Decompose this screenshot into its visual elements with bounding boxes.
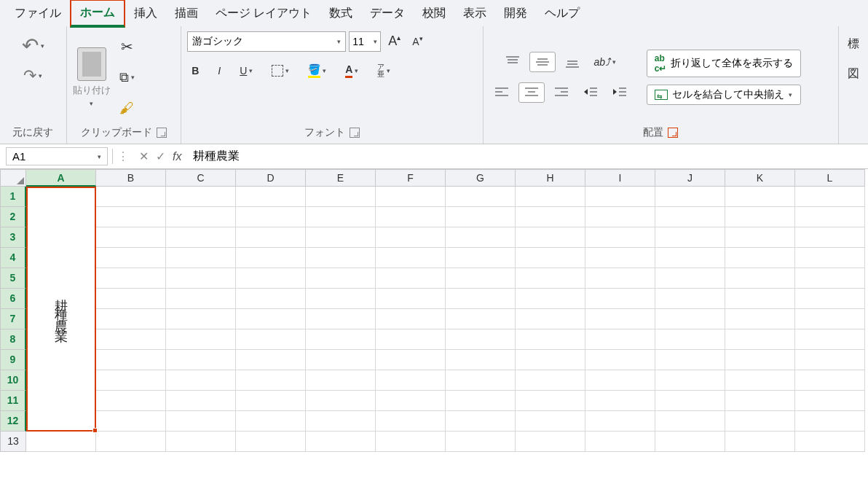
font-group-label: フォント (304, 126, 345, 139)
font-size-select[interactable]: 11▾ (349, 31, 381, 52)
selected-merged-cell[interactable]: 耕種農業 (26, 187, 96, 432)
column-header-H[interactable]: H (516, 169, 585, 187)
row-header[interactable]: 6 (0, 289, 26, 309)
menu-review[interactable]: 校閲 (414, 1, 454, 26)
fx-icon[interactable]: fx (173, 150, 181, 163)
column-header-F[interactable]: F (376, 169, 446, 187)
row-header[interactable]: 13 (0, 432, 26, 452)
paste-button[interactable]: 貼り付け ▾ (73, 47, 111, 107)
alignment-group-label: 配置 (643, 126, 663, 139)
font-color-button[interactable]: A▾ (341, 60, 363, 81)
phonetic-button[interactable]: ア 亜▾ (373, 60, 395, 81)
cell-value: 耕種農業 (52, 289, 70, 329)
column-header-I[interactable]: I (585, 169, 655, 187)
scissors-icon: ✂ (121, 38, 133, 55)
more-icon[interactable]: ⋮ (113, 149, 133, 163)
redo-icon: ↷ (23, 66, 36, 85)
row-header[interactable]: 7 (0, 309, 26, 329)
row-header[interactable]: 3 (0, 227, 26, 248)
cut-button[interactable]: ✂ (117, 35, 138, 58)
decrease-font-button[interactable]: A▾ (408, 32, 427, 50)
menu-developer[interactable]: 開発 (495, 1, 536, 26)
row-header[interactable]: 8 (0, 329, 26, 350)
column-header-L[interactable]: L (795, 169, 865, 187)
clipboard-launcher[interactable] (157, 128, 167, 138)
increase-indent-button[interactable] (607, 83, 632, 102)
fill-color-button[interactable]: 🪣▾ (304, 60, 331, 81)
formula-input[interactable] (187, 144, 868, 168)
align-center-button[interactable] (518, 82, 545, 103)
menu-page-layout[interactable]: ページ レイアウト (207, 1, 320, 26)
name-box[interactable]: A1▾ (6, 147, 108, 165)
menu-draw[interactable]: 描画 (166, 1, 207, 26)
row-header[interactable]: 10 (0, 370, 26, 391)
chevron-down-icon: ▾ (131, 74, 135, 81)
decrease-indent-icon (583, 86, 599, 99)
row-header[interactable]: 2 (0, 207, 26, 227)
cancel-icon[interactable]: ✕ (139, 149, 149, 163)
row-header[interactable]: 9 (0, 350, 26, 370)
column-header-C[interactable]: C (166, 169, 236, 187)
column-header-G[interactable]: G (446, 169, 516, 187)
border-button[interactable]: ▾ (267, 62, 293, 79)
chevron-down-icon: ▾ (39, 72, 42, 79)
chevron-down-icon: ▾ (387, 67, 390, 74)
menu-insert[interactable]: 挿入 (125, 1, 166, 26)
orientation-icon: ab⤴ (593, 56, 610, 68)
font-launcher[interactable] (350, 128, 360, 138)
align-top-button[interactable] (500, 52, 525, 71)
column-header-J[interactable]: J (655, 169, 725, 187)
row-header[interactable]: 4 (0, 248, 26, 268)
decrease-indent-button[interactable] (578, 83, 603, 102)
redo-button[interactable]: ↷▾ (19, 63, 47, 88)
chevron-down-icon: ▾ (612, 58, 616, 66)
italic-button[interactable]: I (213, 62, 225, 79)
align-left-button[interactable] (489, 83, 514, 102)
column-header-K[interactable]: K (725, 169, 795, 187)
chevron-down-icon: ▾ (98, 153, 101, 160)
bold-button[interactable]: B (187, 62, 203, 79)
align-center-icon (524, 86, 540, 99)
row-header[interactable]: 11 (0, 391, 26, 411)
chevron-down-icon: ▾ (90, 100, 93, 107)
menu-help[interactable]: ヘルプ (536, 1, 588, 26)
select-all-corner[interactable] (0, 169, 26, 187)
font-name-select[interactable]: 游ゴシック▾ (187, 31, 346, 52)
row-header[interactable]: 5 (0, 268, 26, 289)
cells-area[interactable]: 耕種農業 (26, 187, 865, 452)
column-header-D[interactable]: D (236, 169, 306, 187)
column-header-B[interactable]: B (96, 169, 166, 187)
wrap-text-icon: abc↵ (655, 53, 667, 74)
orientation-button[interactable]: ab⤴▾ (589, 53, 620, 71)
menu-formulas[interactable]: 数式 (320, 1, 361, 26)
brush-icon: 🖌 (119, 100, 134, 117)
menu-data[interactable]: データ (361, 1, 414, 26)
align-middle-button[interactable] (529, 52, 556, 72)
align-bottom-button[interactable] (560, 52, 585, 71)
menu-file[interactable]: ファイル (6, 1, 70, 26)
column-header-E[interactable]: E (306, 169, 376, 187)
row-header[interactable]: 1 (0, 187, 26, 207)
row-header[interactable]: 12 (0, 411, 26, 432)
merge-center-button[interactable]: ⇆ セルを結合して中央揃え ▾ (647, 85, 802, 105)
align-right-button[interactable] (549, 83, 574, 102)
bucket-icon: 🪣 (308, 63, 320, 78)
column-header-A[interactable]: A (26, 169, 96, 187)
svg-marker-22 (613, 89, 617, 95)
font-color-icon: A (345, 63, 352, 78)
copy-button[interactable]: ⧉▾ (115, 67, 139, 88)
alignment-launcher[interactable] (668, 128, 678, 138)
paste-icon (77, 47, 106, 81)
chevron-down-icon: ▾ (337, 38, 341, 45)
align-middle-icon (534, 55, 551, 69)
increase-font-button[interactable]: A▴ (384, 31, 405, 52)
enter-icon[interactable]: ✓ (156, 149, 165, 163)
wrap-text-button[interactable]: abc↵ 折り返して全体を表示する (647, 50, 802, 77)
undo-button[interactable]: ↶▾ (17, 31, 49, 60)
underline-button[interactable]: U▾ (235, 62, 257, 79)
menu-view[interactable]: 表示 (454, 1, 495, 26)
format-painter-button[interactable]: 🖌 (115, 97, 138, 120)
menu-home[interactable]: ホーム (70, 0, 125, 28)
fill-handle[interactable] (92, 428, 98, 433)
phonetic-icon: ア 亜 (377, 63, 384, 78)
